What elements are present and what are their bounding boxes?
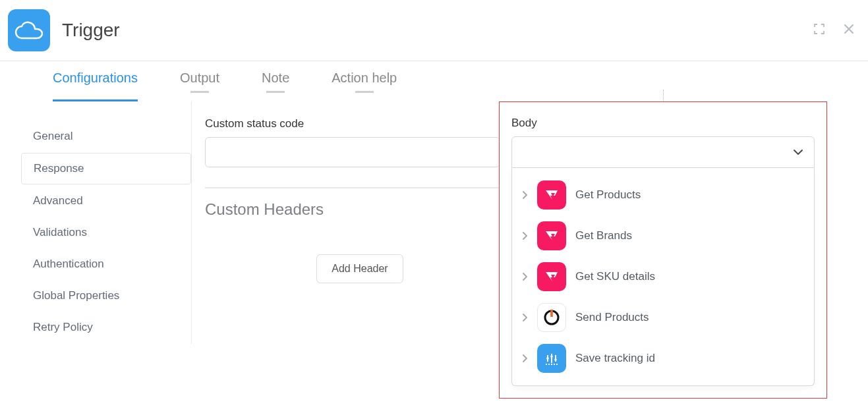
tab-configurations[interactable]: Configurations — [53, 61, 138, 101]
dropdown-item-save-tracking[interactable]: Save tracking id — [516, 338, 810, 379]
custom-status-label: Custom status code — [205, 117, 500, 130]
vtex-icon — [537, 181, 566, 209]
content-panel: Custom status code Custom Headers Add He… — [191, 101, 868, 344]
add-header-button[interactable]: Add Header — [316, 254, 403, 283]
chevron-right-icon — [521, 190, 528, 200]
page-title: Trigger — [62, 20, 813, 41]
dropdown-item-get-products[interactable]: Get Products — [516, 175, 810, 215]
tab-note[interactable]: Note — [262, 61, 289, 101]
custom-status-input[interactable] — [205, 137, 500, 167]
chevron-down-icon — [793, 146, 803, 158]
dropdown-item-label: Send Products — [575, 311, 649, 324]
sidebar-item-advanced[interactable]: Advanced — [21, 186, 191, 216]
sidebar-item-global-properties[interactable]: Global Properties — [21, 281, 191, 311]
body-dropdown-list: Get Products Get Brands — [511, 168, 815, 386]
tabs: Configurations Output Note Action help — [0, 61, 868, 101]
chevron-right-icon — [521, 313, 528, 322]
dropdown-item-label: Get Brands — [575, 229, 632, 242]
chevron-right-icon — [521, 272, 528, 281]
sidebar-item-response[interactable]: Response — [21, 153, 191, 184]
body-panel: Body Get Products — [499, 101, 827, 399]
header: Trigger — [0, 0, 868, 61]
body-label: Body — [511, 117, 815, 130]
sidebar-item-general[interactable]: General — [21, 121, 191, 152]
expand-icon[interactable] — [813, 22, 826, 38]
vtex-icon — [537, 262, 566, 291]
svg-point-5 — [546, 357, 549, 360]
cloud-icon — [8, 9, 50, 51]
body-select[interactable] — [511, 136, 815, 168]
dropdown-item-label: Save tracking id — [575, 352, 655, 365]
chevron-right-icon — [521, 231, 528, 240]
sidebar-item-authentication[interactable]: Authentication — [21, 249, 191, 279]
svg-point-7 — [554, 358, 557, 361]
dropdown-item-send-products[interactable]: Send Products — [516, 297, 810, 338]
dropdown-item-label: Get SKU details — [575, 270, 655, 283]
sidebar: General Response Advanced Validations Au… — [0, 101, 191, 344]
dropdown-item-get-sku[interactable]: Get SKU details — [516, 256, 810, 297]
sidebar-item-retry-policy[interactable]: Retry Policy — [21, 312, 191, 343]
svg-rect-1 — [550, 310, 553, 317]
close-icon[interactable] — [843, 23, 855, 38]
dropdown-item-get-brands[interactable]: Get Brands — [516, 215, 810, 256]
tab-output[interactable]: Output — [180, 61, 219, 101]
dropdown-item-label: Get Products — [575, 188, 641, 202]
connector-line — [663, 90, 664, 101]
divider — [205, 187, 500, 188]
power-icon — [537, 303, 566, 332]
svg-point-6 — [550, 355, 553, 358]
tab-action-help[interactable]: Action help — [332, 61, 397, 101]
sidebar-item-validations[interactable]: Validations — [21, 217, 191, 248]
tracking-icon — [537, 344, 566, 373]
chevron-right-icon — [521, 354, 528, 363]
vtex-icon — [537, 221, 566, 250]
